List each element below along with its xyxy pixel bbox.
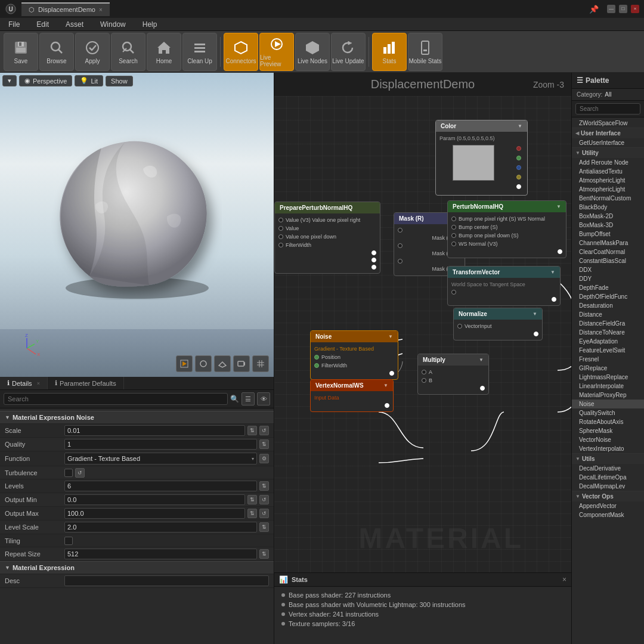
palette-item-distance[interactable]: Distance xyxy=(572,310,644,319)
palette-item-decalderiv[interactable]: DecalDerivative xyxy=(572,464,644,473)
menu-edit[interactable]: Edit xyxy=(33,19,52,30)
palette-section-vector-ops[interactable]: ▼ Vector Ops xyxy=(572,491,644,501)
palette-item-bentnormal[interactable]: BentNormalCustom xyxy=(572,194,644,203)
quality-input[interactable] xyxy=(64,439,257,450)
palette-search-input[interactable] xyxy=(575,103,640,114)
expr-section-header[interactable]: ▼ Material Expression xyxy=(0,561,274,574)
details-eye-btn[interactable]: 👁 xyxy=(257,392,270,405)
palette-item-rotateabout[interactable]: RotateAboutAxis xyxy=(572,417,644,426)
viewport-realtime-btn[interactable] xyxy=(176,355,193,372)
level-scale-spinner[interactable]: ⇅ xyxy=(259,522,269,532)
toolbar-browse[interactable]: Browse xyxy=(39,33,74,71)
palette-item-atmoslight2[interactable]: AtmosphericLight xyxy=(572,185,644,194)
level-scale-input[interactable] xyxy=(64,522,257,532)
palette-item-lightmass[interactable]: LightmassReplace xyxy=(572,373,644,382)
output-max-input[interactable] xyxy=(64,508,245,519)
palette-item-getuserinterface[interactable]: GetUserInterface xyxy=(572,138,644,147)
palette-item-decallifetime[interactable]: DecalLifetimeOpa xyxy=(572,473,644,482)
palette-item-bumpoffset[interactable]: BumpOffset xyxy=(572,230,644,239)
toolbar-connectors[interactable]: Connectors xyxy=(224,33,258,71)
palette-item-eyeadaptation[interactable]: EyeAdaptation xyxy=(572,337,644,346)
scale-spinner[interactable]: ⇅ xyxy=(247,426,257,435)
stats-close-btn[interactable]: × xyxy=(562,575,566,584)
repeat-size-spinner[interactable]: ⇅ xyxy=(259,549,269,559)
toolbar-live-preview[interactable]: Live Preview xyxy=(259,33,294,71)
output-max-spinner[interactable]: ⇅ xyxy=(247,509,257,518)
output-min-reset[interactable]: ↺ xyxy=(259,495,269,504)
palette-item-antialias[interactable]: AntialiasedTextu xyxy=(572,167,644,176)
viewport-sphere-btn[interactable] xyxy=(195,355,212,372)
pin-btn[interactable]: 📌 xyxy=(589,5,599,14)
node-canvas[interactable]: MATERIAL xyxy=(274,96,571,572)
palette-item-ddx[interactable]: DDX xyxy=(572,265,644,274)
palette-item-spheremask[interactable]: SphereMask xyxy=(572,426,644,435)
viewport[interactable]: ▾ ◉ Perspective 💡 Lit Show X xyxy=(0,73,274,377)
dropdown-btn[interactable]: ▾ xyxy=(2,75,17,86)
lit-btn[interactable]: 💡 Lit xyxy=(75,75,103,86)
function-dropdown[interactable]: Gradient - Texture Based ▾ xyxy=(64,453,257,465)
palette-section-utility[interactable]: ▼ Utility xyxy=(572,147,644,158)
toolbar-home[interactable]: Home xyxy=(147,33,181,71)
output-min-spinner[interactable]: ⇅ xyxy=(247,495,257,504)
turbulence-extra[interactable]: ↺ xyxy=(75,468,85,478)
quality-spinner[interactable]: ⇅ xyxy=(259,439,269,449)
node-multiply[interactable]: Multiply ▼ A B xyxy=(417,354,489,395)
node-normalize[interactable]: Normalize ▼ VectorInput xyxy=(453,308,543,340)
perspective-btn[interactable]: ◉ Perspective xyxy=(19,75,72,86)
palette-item-constantbias[interactable]: ConstantBiasScal xyxy=(572,256,644,265)
toolbar-live-update[interactable]: Live Update xyxy=(331,33,366,71)
palette-item-depthfade[interactable]: DepthFade xyxy=(572,283,644,292)
active-tab[interactable]: ⬡ DisplacementDemo × xyxy=(21,2,110,16)
node-perturb[interactable]: PerturbNormalHQ ▼ Bump one pixel right (… xyxy=(447,200,566,258)
palette-item-add-reroute[interactable]: Add Reroute Node xyxy=(572,158,644,167)
toolbar-cleanup[interactable]: Clean Up xyxy=(182,33,217,71)
palette-item-gireplace[interactable]: GIReplace xyxy=(572,364,644,373)
palette-item-atmoslight1[interactable]: AtmosphericLight xyxy=(572,176,644,185)
palette-item-zworld[interactable]: ZWorldSpaceFlow xyxy=(572,119,644,128)
noise-section-header[interactable]: ▼ Material Expression Noise xyxy=(0,411,274,424)
palette-item-clearcoat[interactable]: ClearCoatNormal xyxy=(572,247,644,256)
menu-asset[interactable]: Asset xyxy=(62,19,87,30)
palette-item-linear[interactable]: LinearInterpolate xyxy=(572,382,644,391)
palette-item-vertexinterp[interactable]: VertexInterpolato xyxy=(572,444,644,453)
minimize-btn[interactable]: — xyxy=(607,5,615,13)
desc-input[interactable] xyxy=(64,575,269,586)
palette-item-featurelevel[interactable]: FeatureLevelSwit xyxy=(572,346,644,355)
details-tab-details[interactable]: ℹ Details × xyxy=(0,377,48,389)
menu-help[interactable]: Help xyxy=(139,19,161,30)
viewport-plane-btn[interactable] xyxy=(214,355,231,372)
palette-item-noise[interactable]: Noise xyxy=(572,400,644,408)
scale-reset[interactable]: ↺ xyxy=(259,426,269,435)
node-color[interactable]: Color ▼ Param (0.5,0.5,0.5,0.5) xyxy=(435,120,528,196)
scale-input[interactable] xyxy=(64,425,245,436)
node-noise[interactable]: Noise ▼ Gradient - Texture Based Positio… xyxy=(310,330,398,380)
details-search-input[interactable] xyxy=(4,393,228,405)
palette-item-vectornoise[interactable]: VectorNoise xyxy=(572,435,644,444)
palette-section-utils[interactable]: ▼ Utils xyxy=(572,453,644,464)
details-tab-params[interactable]: ℹ Parameter Defaults xyxy=(48,377,124,389)
viewport-cam-btn[interactable] xyxy=(233,355,250,372)
repeat-size-input[interactable] xyxy=(64,549,257,559)
node-prepare[interactable]: PreparePerturbNormalHQ Value (V3) Value … xyxy=(274,202,380,274)
menu-file[interactable]: File xyxy=(5,19,23,30)
details-close-btn[interactable]: × xyxy=(37,380,40,386)
function-extra-btn[interactable]: ⚙ xyxy=(259,454,269,463)
palette-item-appendvector[interactable]: AppendVector xyxy=(572,501,644,510)
palette-item-fresnel[interactable]: Fresnel xyxy=(572,355,644,364)
palette-item-decalmip[interactable]: DecalMipmapLev xyxy=(572,482,644,491)
toolbar-stats[interactable]: Stats xyxy=(372,33,407,71)
palette-item-ddy[interactable]: DDY xyxy=(572,274,644,283)
levels-input[interactable] xyxy=(64,481,257,491)
node-vertex[interactable]: VertexNormalWS ▼ Input Data xyxy=(310,379,394,412)
palette-item-blackbody[interactable]: BlackBody xyxy=(572,203,644,212)
tiling-checkbox[interactable] xyxy=(64,537,73,545)
palette-item-boxmask2d[interactable]: BoxMask-2D xyxy=(572,212,644,221)
viewport-grid-btn[interactable] xyxy=(252,355,269,372)
toolbar-save[interactable]: Save xyxy=(4,33,38,71)
show-btn[interactable]: Show xyxy=(106,76,133,86)
output-max-reset[interactable]: ↺ xyxy=(259,509,269,518)
palette-item-desaturation[interactable]: Desaturation xyxy=(572,301,644,310)
toolbar-apply[interactable]: Apply xyxy=(75,33,110,71)
palette-item-qualityswitch[interactable]: QualitySwitch xyxy=(572,408,644,417)
tab-close-btn[interactable]: × xyxy=(99,7,103,13)
